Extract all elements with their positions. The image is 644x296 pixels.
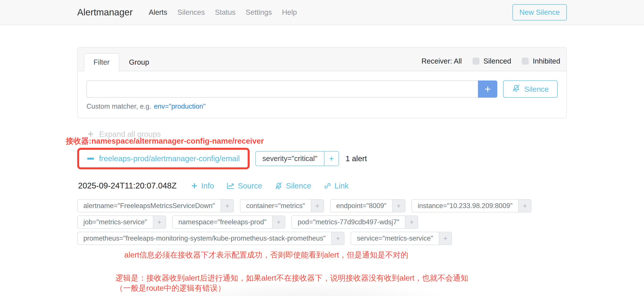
label-tag-prometheus: prometheus="freeleaps-monitoring-system/… xyxy=(77,232,344,245)
filter-tabs: Filter Group xyxy=(84,53,159,71)
tab-filter[interactable]: Filter xyxy=(84,53,119,71)
red-annotation-line2: 逻辑是：接收器收到alert后进行通知，如果alert不在接收器下，说明接收器没… xyxy=(116,273,567,283)
label-add-button[interactable]: + xyxy=(272,216,285,228)
label-add-button[interactable]: + xyxy=(331,232,344,244)
nav-item-settings[interactable]: Settings xyxy=(246,8,272,16)
nav-item-help[interactable]: Help xyxy=(282,8,297,16)
matcher-input[interactable] xyxy=(86,80,478,98)
alert-header-row: 2025-09-24T11:20:07.048Z Info xyxy=(77,181,567,190)
collapse-minus-icon xyxy=(87,158,94,160)
label-add-button[interactable]: + xyxy=(311,200,324,212)
silence-button-label: Silence xyxy=(524,85,549,94)
red-highlight-box: freeleaps-prod/alertmanager-config/email xyxy=(77,148,250,169)
alert-labels: alertname="FreeleapsMetricsServiceDown" … xyxy=(77,199,567,245)
chart-line-icon xyxy=(226,182,235,190)
info-label: Info xyxy=(201,182,214,190)
expand-all-groups-label: Expand all groups xyxy=(99,130,161,138)
bell-slash-icon xyxy=(512,84,520,94)
label-tag-endpoint: endpoint="8009" + xyxy=(330,199,405,212)
receiver-red-annotation: 接收器:namespace/altermanager-config-name/r… xyxy=(66,136,264,146)
red-annotation-paragraph: 逻辑是：接收器收到alert后进行通知，如果alert不在接收器下，说明接收器没… xyxy=(116,273,567,293)
label-add-button[interactable]: + xyxy=(392,200,405,212)
label-tag-service: service="metrics-service" + xyxy=(350,232,452,245)
expand-all-groups-button[interactable]: + Expand all groups 接收器:namespace/alterm… xyxy=(77,129,161,139)
nav-item-silences[interactable]: Silences xyxy=(177,8,205,16)
plus-icon xyxy=(191,182,198,190)
silenced-checkbox[interactable] xyxy=(472,58,480,65)
link-label: Link xyxy=(334,182,348,190)
red-annotation-line1: alert信息必须在接收器下才表示配置成功，否则即使能看到alert，但是通知是… xyxy=(124,250,567,260)
silence-alert-label: Silence xyxy=(286,182,311,190)
inhibited-checkbox[interactable] xyxy=(522,58,529,65)
receiver-group-button[interactable]: freeleaps-prod/alertmanager-config/email xyxy=(82,152,246,166)
label-tag-namespace: namespace="freeleaps-prod" + xyxy=(172,216,285,229)
source-button[interactable]: Source xyxy=(220,182,268,190)
receiver-group-row: freeleaps-prod/alertmanager-config/email… xyxy=(77,148,567,169)
receiver-dropdown[interactable]: Receiver: All xyxy=(422,57,462,65)
label-tag-pod: pod="metrics-77d9cdb497-wdsj7" + xyxy=(292,216,418,229)
label-tag-job: job="metrics-service" + xyxy=(77,216,166,229)
nav-item-status[interactable]: Status xyxy=(215,8,236,16)
silence-alert-button[interactable]: Silence xyxy=(268,182,318,190)
hint-text: Custom matcher, e.g. xyxy=(86,102,151,110)
matcher-hint: Custom matcher, e.g.env="production" xyxy=(86,102,558,110)
new-silence-button[interactable]: New Silence xyxy=(512,4,567,20)
label-tag-alertname: alertname="FreeleapsMetricsServiceDown" … xyxy=(77,199,234,212)
group-matcher-chip: severity="critical" + xyxy=(255,151,339,166)
receiver-group-label: freeleaps-prod/alertmanager-config/email xyxy=(99,154,240,163)
label-tag-instance: instance="10.233.98.209:8009" + xyxy=(412,199,532,212)
link-icon xyxy=(324,182,332,190)
plus-icon: + xyxy=(88,129,94,139)
silence-filter-button[interactable]: Silence xyxy=(503,80,558,98)
info-button[interactable]: Info xyxy=(184,182,220,190)
label-add-button[interactable]: + xyxy=(405,216,418,228)
filter-card-body: + Silence Custom matcher, e.g.env="produ… xyxy=(78,71,566,118)
app-brand[interactable]: Alertmanager xyxy=(77,7,133,18)
alert-timestamp: 2025-09-24T11:20:07.048Z xyxy=(78,181,176,190)
group-matcher-label: severity="critical" xyxy=(256,152,324,166)
hint-example-link[interactable]: env="production" xyxy=(154,102,206,110)
red-annotation-line3: （一般是route中的逻辑有错误） xyxy=(116,283,567,293)
nav-item-alerts[interactable]: Alerts xyxy=(149,8,167,16)
alert-count: 1 alert xyxy=(346,154,367,163)
silenced-label: Silenced xyxy=(484,57,511,65)
bell-slash-icon xyxy=(274,182,283,190)
source-label: Source xyxy=(238,182,262,190)
silenced-filter[interactable]: Silenced xyxy=(472,57,511,65)
label-add-button[interactable]: + xyxy=(518,200,531,212)
top-navbar: Alertmanager Alerts Silences Status Sett… xyxy=(0,0,644,25)
label-add-button[interactable]: + xyxy=(153,216,166,228)
filter-card: Filter Group Receiver: All Silenced Inhi… xyxy=(77,47,567,118)
filter-card-header: Filter Group Receiver: All Silenced Inhi… xyxy=(78,48,566,71)
inhibited-filter[interactable]: Inhibited xyxy=(522,57,560,65)
label-tag-container: container="metrics" + xyxy=(240,199,324,212)
add-matcher-button[interactable]: + xyxy=(478,80,497,98)
label-add-button[interactable]: + xyxy=(220,200,233,212)
inhibited-label: Inhibited xyxy=(533,57,560,65)
label-add-button[interactable]: + xyxy=(439,232,452,244)
group-matcher-add-button[interactable]: + xyxy=(324,152,338,166)
tab-group[interactable]: Group xyxy=(119,53,159,71)
link-button[interactable]: Link xyxy=(318,182,355,190)
